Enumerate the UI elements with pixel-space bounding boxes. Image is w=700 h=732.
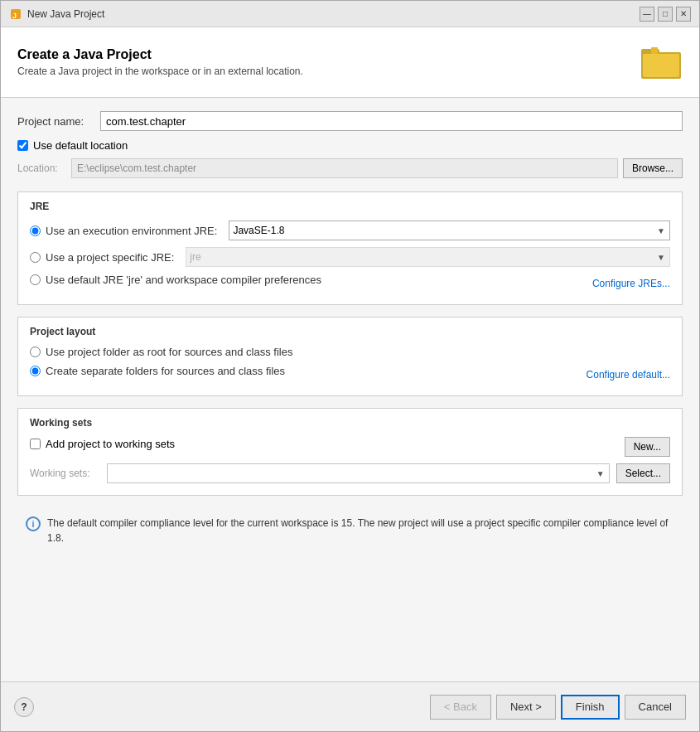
- jre-option2-label[interactable]: Use a project specific JRE:: [46, 251, 174, 264]
- location-input[interactable]: [71, 158, 618, 178]
- project-name-input[interactable]: [100, 111, 683, 131]
- jre-option3-radio-row: Use default JRE 'jre' and workspace comp…: [30, 274, 321, 286]
- jre-option1-label[interactable]: Use an execution environment JRE:: [46, 225, 217, 237]
- jre-project-specific-radio[interactable]: [30, 252, 41, 263]
- title-bar-left: J New Java Project: [9, 7, 104, 21]
- jre-section-title: JRE: [30, 201, 670, 212]
- use-default-location-row: Use default location: [17, 139, 683, 152]
- use-default-location-checkbox[interactable]: [17, 140, 28, 151]
- configure-default-link[interactable]: Configure default...: [587, 369, 670, 381]
- working-sets-dropdown-wrapper: ▼: [107, 463, 610, 483]
- jre-option3-label[interactable]: Use default JRE 'jre' and workspace comp…: [46, 274, 321, 286]
- new-working-set-button[interactable]: New...: [625, 437, 670, 457]
- help-button[interactable]: ?: [14, 697, 34, 717]
- jre-option3-row: Use default JRE 'jre' and workspace comp…: [30, 274, 670, 293]
- project-layout-section: Project layout Use project folder as roo…: [17, 317, 683, 396]
- cancel-button[interactable]: Cancel: [625, 695, 686, 720]
- svg-rect-5: [651, 47, 658, 54]
- info-message-text: The default compiler compliance level fo…: [47, 516, 674, 545]
- layout-option1-label[interactable]: Use project folder as root for sources a…: [46, 346, 292, 358]
- content-area: Project name: Use default location Locat…: [1, 98, 699, 681]
- page-title: Create a Java Project: [17, 47, 303, 62]
- header-text: Create a Java Project Create a Java proj…: [17, 47, 303, 77]
- project-name-row: Project name:: [17, 111, 683, 131]
- browse-button[interactable]: Browse...: [623, 158, 683, 178]
- location-label: Location:: [17, 162, 71, 174]
- title-bar: J New Java Project — □ ✕: [1, 1, 699, 27]
- jre-specific-dropdown-wrapper: jre ▼: [186, 247, 670, 267]
- project-layout-title: Project layout: [30, 326, 670, 337]
- maximize-button[interactable]: □: [658, 7, 673, 22]
- next-button[interactable]: Next >: [496, 695, 556, 720]
- back-button[interactable]: < Back: [430, 695, 491, 720]
- add-working-sets-row: Add project to working sets New...: [30, 437, 670, 457]
- java-icon: J: [9, 7, 22, 21]
- finish-button[interactable]: Finish: [561, 695, 620, 720]
- folder-icon: [640, 41, 683, 84]
- page-description: Create a Java project in the workspace o…: [17, 65, 303, 77]
- select-working-set-button[interactable]: Select...: [616, 463, 670, 483]
- jre-dropdown-wrapper: JavaSE-1.8 JavaSE-11 JavaSE-17 ▼: [229, 221, 670, 240]
- jre-section: JRE Use an execution environment JRE: Ja…: [17, 191, 683, 305]
- new-java-project-dialog: J New Java Project — □ ✕ Create a Java P…: [0, 0, 700, 732]
- layout-option2-label[interactable]: Create separate folders for sources and …: [46, 365, 285, 377]
- minimize-button[interactable]: —: [640, 7, 654, 22]
- jre-execution-environment-radio[interactable]: [30, 225, 41, 236]
- footer-left: ?: [14, 697, 34, 717]
- svg-rect-4: [643, 54, 679, 77]
- location-row: Location: Browse...: [17, 158, 683, 178]
- layout-option2-radio-row: Create separate folders for sources and …: [30, 365, 285, 377]
- info-icon: i: [26, 516, 41, 531]
- title-bar-controls: — □ ✕: [640, 7, 691, 22]
- working-sets-section: Working sets Add project to working sets…: [17, 408, 683, 496]
- footer-buttons: < Back Next > Finish Cancel: [430, 695, 686, 720]
- svg-text:J: J: [12, 12, 17, 20]
- jre-option1-row: Use an execution environment JRE: JavaSE…: [30, 221, 670, 240]
- working-sets-dropdown[interactable]: [107, 463, 610, 483]
- add-working-sets-label[interactable]: Add project to working sets: [46, 438, 175, 450]
- jre-option2-row: Use a project specific JRE: jre ▼: [30, 247, 670, 267]
- layout-option2-row: Create separate folders for sources and …: [30, 365, 670, 384]
- dialog-title: New Java Project: [27, 8, 104, 20]
- use-default-location-label[interactable]: Use default location: [33, 139, 128, 152]
- layout-project-folder-radio[interactable]: [30, 347, 41, 357]
- footer: ? < Back Next > Finish Cancel: [1, 681, 699, 731]
- jre-specific-dropdown[interactable]: jre: [186, 247, 670, 267]
- working-sets-title: Working sets: [30, 417, 670, 429]
- working-sets-label: Working sets:: [30, 468, 100, 479]
- configure-jres-link[interactable]: Configure JREs...: [592, 278, 670, 289]
- info-message-box: i The default compiler compliance level …: [17, 507, 683, 554]
- working-sets-dropdown-row: Working sets: ▼ Select...: [30, 463, 670, 483]
- close-button[interactable]: ✕: [676, 7, 691, 22]
- add-working-sets-checkbox[interactable]: [30, 439, 41, 449]
- header-section: Create a Java Project Create a Java proj…: [1, 27, 699, 98]
- jre-dropdown[interactable]: JavaSE-1.8 JavaSE-11 JavaSE-17: [229, 221, 670, 240]
- layout-separate-folders-radio[interactable]: [30, 366, 41, 376]
- jre-default-radio[interactable]: [30, 274, 41, 285]
- layout-option1-row: Use project folder as root for sources a…: [30, 346, 670, 358]
- add-working-sets-checkbox-row: Add project to working sets: [30, 438, 175, 450]
- project-name-label: Project name:: [17, 115, 100, 128]
